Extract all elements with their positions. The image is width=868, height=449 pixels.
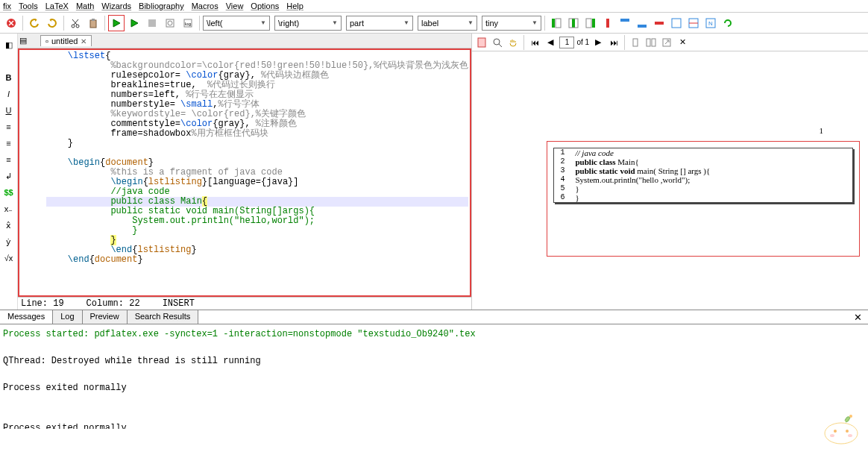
run-alt-icon[interactable]	[126, 15, 142, 31]
messages-panel[interactable]: Process started: pdflatex.exe -synctex=1…	[0, 324, 868, 429]
chevron-down-icon: ▼	[260, 19, 266, 26]
leftbar-btn-13[interactable]: √x	[2, 251, 16, 265]
table-misc2-icon[interactable]	[685, 15, 702, 31]
table-col-left-icon[interactable]	[548, 15, 564, 31]
leftbar-btn-11[interactable]: x̂	[2, 219, 16, 232]
toolbar-dropdown-4[interactable]: tiny▼	[482, 16, 541, 31]
chevron-down-icon: ▼	[532, 19, 538, 26]
code-line[interactable]: frame=shadowbox%用方框框住代码块	[46, 129, 468, 139]
code-line[interactable]: \end{document}	[46, 255, 468, 265]
viewer-prev-icon[interactable]: ◀	[544, 36, 557, 49]
leftbar-btn-4[interactable]: U	[2, 104, 16, 117]
chevron-down-icon: ▼	[403, 19, 409, 26]
leftbar-btn-12[interactable]: ẏ	[2, 235, 16, 248]
viewer-dual-icon[interactable]	[644, 36, 658, 49]
toolbar-dropdown-3[interactable]: label▼	[418, 16, 477, 31]
bottom-tab-preview[interactable]: Preview	[83, 310, 128, 324]
viewer-close-icon[interactable]: ✕	[676, 36, 689, 49]
svg-point-30	[825, 423, 858, 444]
table-misc3-icon[interactable]: N	[702, 15, 719, 31]
table-refresh-icon[interactable]	[720, 15, 736, 31]
toolbar-dropdown-0[interactable]: \left(▼	[203, 16, 270, 31]
leftbar-btn-8[interactable]: ↲	[2, 169, 16, 183]
svg-text:N: N	[708, 20, 713, 27]
menu-view[interactable]: View	[226, 1, 244, 10]
svg-point-1	[72, 25, 75, 28]
menu-help[interactable]: Help	[286, 1, 304, 10]
file-icon: ▫	[45, 37, 48, 45]
viewer-first-icon[interactable]: ⏮	[528, 36, 541, 49]
cut-icon[interactable]	[67, 15, 84, 31]
menu-math[interactable]: Math	[76, 1, 94, 10]
message-line	[3, 341, 865, 354]
redo-icon[interactable]	[44, 15, 60, 31]
pdf-viewer-pane: ⏮ ◀ of 1 ▶ ⏭ ✕ 1 1 // java code2 public …	[471, 34, 868, 310]
leftbar-btn-10[interactable]: x₋	[2, 202, 16, 216]
svg-text:log: log	[185, 22, 191, 26]
menu-options[interactable]: Options	[251, 1, 279, 10]
viewer-page[interactable]: 1 1 // java code2 public class Main{3 pu…	[472, 51, 868, 310]
message-line: Process exited normally	[3, 381, 865, 395]
file-tab-title: untitled	[51, 37, 78, 45]
bottom-tab-log[interactable]: Log	[53, 310, 82, 324]
viewer-page-input[interactable]	[559, 37, 574, 48]
menu-tools[interactable]: Tools	[19, 1, 38, 10]
svg-rect-27	[647, 39, 650, 46]
menu-wizards[interactable]: Wizards	[101, 1, 131, 10]
leftbar-btn-6[interactable]: ≡	[2, 136, 16, 150]
table-tools: N	[548, 15, 736, 31]
viewer-page-of: of 1	[576, 38, 589, 46]
table-col-mid-icon[interactable]	[565, 15, 582, 31]
viewer-hand-icon[interactable]	[506, 36, 520, 49]
table-col-right-icon[interactable]	[582, 15, 599, 31]
listing-row: 1 // java code	[554, 148, 852, 157]
menubar: fixToolsLaTeXMathWizardsBibliographyMacr…	[0, 0, 868, 13]
table-del-row-icon[interactable]	[651, 15, 667, 31]
table-row-top-icon[interactable]	[617, 15, 633, 31]
stop-icon[interactable]	[144, 15, 160, 31]
close-icon[interactable]	[3, 15, 19, 31]
viewer-single-icon[interactable]	[629, 36, 642, 49]
leftbar-btn-1[interactable]	[2, 54, 16, 68]
table-row-bot-icon[interactable]	[634, 15, 650, 31]
toolbar-dropdown-2[interactable]: part▼	[346, 16, 413, 31]
view-pdf-icon[interactable]	[162, 15, 178, 31]
bottom-tab-messages[interactable]: Messages	[0, 310, 53, 324]
viewer-last-icon[interactable]: ⏭	[607, 36, 620, 49]
leftbar-btn-2[interactable]: B	[2, 71, 16, 84]
menu-bibliography[interactable]: Bibliography	[139, 1, 184, 10]
leftbar-btn-3[interactable]: I	[2, 87, 16, 101]
menu-macros[interactable]: Macros	[192, 1, 218, 10]
view-log-icon[interactable]: log	[180, 15, 196, 31]
code-editor[interactable]: \lstset{ %backgroundcolor=\color{red!50!…	[18, 48, 471, 297]
bottom-tab-search-results[interactable]: Search Results	[128, 310, 199, 324]
viewer-next-icon[interactable]: ▶	[591, 36, 605, 49]
table-misc1-icon[interactable]	[668, 15, 685, 31]
leftbar-btn-5[interactable]: ≡	[2, 120, 16, 134]
leftbar-btn-9[interactable]: $$	[2, 186, 16, 199]
svg-point-34	[848, 434, 852, 437]
menu-fix[interactable]: fix	[3, 1, 11, 10]
leftbar-btn-7[interactable]: ≡	[2, 153, 16, 166]
file-tab[interactable]: ▫ untitled ✕	[40, 35, 92, 46]
listing-row: 5 }	[554, 184, 852, 193]
chevron-down-icon: ▼	[468, 19, 474, 26]
code-line[interactable]: }	[46, 139, 468, 148]
close-panel-icon[interactable]: ✕	[848, 310, 868, 324]
viewer-zoom-icon[interactable]	[491, 36, 504, 49]
viewer-doc-icon[interactable]	[475, 36, 488, 49]
menu-latex[interactable]: LaTeX	[45, 1, 69, 10]
run-icon[interactable]	[108, 15, 125, 31]
toolbar-dropdown-1[interactable]: \right)▼	[274, 16, 342, 31]
leftbar-btn-0[interactable]: ◧	[2, 38, 16, 51]
paste-icon[interactable]	[85, 15, 101, 31]
close-tab-icon[interactable]: ✕	[81, 37, 87, 45]
editor-tabbar: ▤ ▫ untitled ✕	[18, 34, 471, 48]
svg-rect-28	[652, 39, 655, 46]
viewer-extern-icon[interactable]	[660, 36, 673, 49]
undo-icon[interactable]	[26, 15, 43, 31]
editor-statusbar: Line: 19 Column: 22 INSERT	[18, 297, 471, 310]
tab-list-icon[interactable]: ▤	[18, 33, 28, 49]
svg-point-33	[830, 434, 834, 437]
table-del-col-icon[interactable]	[600, 15, 616, 31]
